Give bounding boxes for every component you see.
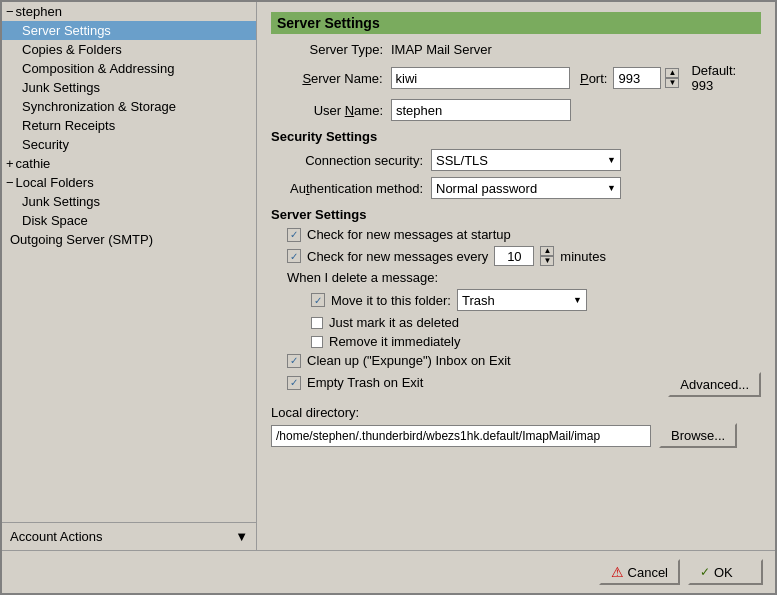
local-dir-input[interactable] <box>271 425 651 447</box>
server-name-label: Server Name: <box>271 71 391 86</box>
sidebar-item-outgoing-smtp[interactable]: Outgoing Server (SMTP) <box>2 230 256 249</box>
server-settings-panel: Server Settings Server Type: IMAP Mail S… <box>257 2 775 550</box>
cancel-label: Cancel <box>628 565 668 580</box>
sidebar-item-composition-addressing[interactable]: Composition & Addressing <box>2 59 256 78</box>
check-startup-row: ✓ Check for new messages at startup <box>271 227 761 242</box>
account-stephen[interactable]: − stephen <box>2 2 256 21</box>
empty-trash-label: Empty Trash on Exit <box>307 375 423 390</box>
account-actions-bar: Account Actions ▼ <box>2 522 256 550</box>
connection-security-wrapper: SSL/TLS STARTTLS None <box>431 149 621 171</box>
port-spin-down[interactable]: ▼ <box>665 78 679 88</box>
collapse-icon-local: − <box>6 175 14 190</box>
check-every-checkbox[interactable]: ✓ <box>287 249 301 263</box>
local-dir-label: Local directory: <box>271 405 761 420</box>
check-startup-label: Check for new messages at startup <box>307 227 511 242</box>
sidebar-item-sync-storage[interactable]: Synchronization & Storage <box>2 97 256 116</box>
minutes-suffix: minutes <box>560 249 606 264</box>
check-startup-checkbox[interactable]: ✓ <box>287 228 301 242</box>
server-name-row: Server Name: Port: ▲ ▼ Default: 993 <box>271 63 761 93</box>
trash-folder-select[interactable]: Trash <box>457 289 587 311</box>
auth-method-wrapper: Normal password Encrypted password Kerbe… <box>431 177 621 199</box>
trash-select-wrapper: Trash <box>457 289 587 311</box>
just-mark-label: Just mark it as deleted <box>329 315 459 330</box>
expand-icon: + <box>6 156 14 171</box>
check-every-minutes-input[interactable] <box>494 246 534 266</box>
server-name-input[interactable] <box>391 67 570 89</box>
sidebar-item-server-settings[interactable]: Server Settings <box>2 21 256 40</box>
collapse-icon: − <box>6 4 14 19</box>
auth-method-label: Authentication method: <box>271 181 431 196</box>
delete-message-label: When I delete a message: <box>287 270 438 285</box>
server-type-row: Server Type: IMAP Mail Server <box>271 42 761 57</box>
clean-up-checkbox[interactable]: ✓ <box>287 354 301 368</box>
minutes-spin-up[interactable]: ▲ <box>540 246 554 256</box>
remove-label: Remove it immediately <box>329 334 461 349</box>
username-input[interactable] <box>391 99 571 121</box>
connection-security-select[interactable]: SSL/TLS STARTTLS None <box>431 149 621 171</box>
browse-button[interactable]: Browse... <box>659 423 737 448</box>
ok-icon: ✓ <box>700 565 710 579</box>
cancel-button[interactable]: ⚠ Cancel <box>599 559 680 585</box>
auth-method-row: Authentication method: Normal password E… <box>271 177 761 199</box>
sidebar-item-return-receipts[interactable]: Return Receipts <box>2 116 256 135</box>
just-mark-row: Just mark it as deleted <box>271 315 761 330</box>
local-folders-root[interactable]: − Local Folders <box>2 173 256 192</box>
sidebar-item-junk-settings[interactable]: Junk Settings <box>2 78 256 97</box>
remove-checkbox[interactable] <box>311 336 323 348</box>
port-label: Port: <box>580 71 607 86</box>
remove-row: Remove it immediately <box>271 334 761 349</box>
empty-trash-row: ✓ Empty Trash on Exit <box>271 375 668 390</box>
username-label: User Name: <box>271 103 391 118</box>
minutes-spinner[interactable]: ▲ ▼ <box>540 246 554 266</box>
sidebar-item-disk-space[interactable]: Disk Space <box>2 211 256 230</box>
connection-security-label: Connection security: <box>271 153 431 168</box>
security-section-title: Security Settings <box>271 129 761 144</box>
auth-method-select[interactable]: Normal password Encrypted password Kerbe… <box>431 177 621 199</box>
clean-up-label: Clean up ("Expunge") Inbox on Exit <box>307 353 511 368</box>
port-spin-up[interactable]: ▲ <box>665 68 679 78</box>
just-mark-checkbox[interactable] <box>311 317 323 329</box>
clean-up-row: ✓ Clean up ("Expunge") Inbox on Exit <box>271 353 761 368</box>
server-type-value: IMAP Mail Server <box>391 42 492 57</box>
account-actions-label: Account Actions <box>10 529 103 544</box>
move-folder-checkbox[interactable]: ✓ <box>311 293 325 307</box>
server-type-label: Server Type: <box>271 42 391 57</box>
check-every-label: Check for new messages every <box>307 249 488 264</box>
account-cathie[interactable]: + cathie <box>2 154 256 173</box>
username-row: User Name: <box>271 99 761 121</box>
port-spinner[interactable]: ▲ ▼ <box>665 68 679 88</box>
ok-label: OK <box>714 565 733 580</box>
account-tree: − stephen Server Settings Copies & Folde… <box>2 2 257 550</box>
move-folder-row: ✓ Move it to this folder: Trash <box>271 289 761 311</box>
dialog-bottom-bar: ⚠ Cancel ✓ OK <box>2 550 775 593</box>
check-every-row: ✓ Check for new messages every ▲ ▼ minut… <box>271 246 761 266</box>
move-folder-label: Move it to this folder: <box>331 293 451 308</box>
default-port-label: Default: 993 <box>691 63 761 93</box>
cancel-icon: ⚠ <box>611 564 624 580</box>
ok-button[interactable]: ✓ OK <box>688 559 763 585</box>
empty-trash-checkbox[interactable]: ✓ <box>287 376 301 390</box>
sidebar-item-security[interactable]: Security <box>2 135 256 154</box>
panel-title: Server Settings <box>271 12 761 34</box>
advanced-button[interactable]: Advanced... <box>668 372 761 397</box>
port-input[interactable] <box>613 67 661 89</box>
sidebar-item-copies-folders[interactable]: Copies & Folders <box>2 40 256 59</box>
account-settings-dialog: − stephen Server Settings Copies & Folde… <box>0 0 777 595</box>
sidebar-item-junk-settings-local[interactable]: Junk Settings <box>2 192 256 211</box>
account-actions-dropdown-icon[interactable]: ▼ <box>235 529 248 544</box>
server-settings-section-title: Server Settings <box>271 207 761 222</box>
local-dir-section: Local directory: Browse... <box>271 405 761 448</box>
minutes-spin-down[interactable]: ▼ <box>540 256 554 266</box>
connection-security-row: Connection security: SSL/TLS STARTTLS No… <box>271 149 761 171</box>
